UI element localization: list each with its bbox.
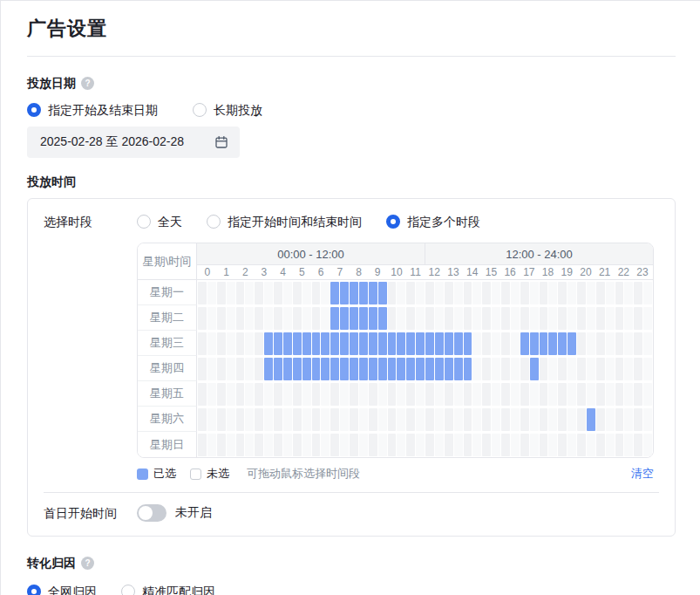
time-cell[interactable]	[511, 408, 520, 431]
time-cell[interactable]	[369, 358, 377, 380]
time-cell[interactable]	[587, 358, 595, 380]
time-cell[interactable]	[540, 383, 548, 406]
time-cell[interactable]	[577, 282, 586, 304]
time-cell[interactable]	[624, 358, 633, 380]
time-cell[interactable]	[198, 434, 207, 456]
time-cell[interactable]	[445, 332, 453, 355]
time-cell[interactable]	[264, 358, 273, 380]
time-cell[interactable]	[567, 282, 576, 304]
time-cell[interactable]	[207, 282, 216, 304]
time-cell[interactable]	[283, 358, 292, 380]
time-cell[interactable]	[472, 408, 481, 431]
time-cell[interactable]	[416, 434, 425, 456]
time-cell[interactable]	[596, 383, 605, 406]
time-cell[interactable]	[302, 282, 311, 304]
time-cell[interactable]	[435, 282, 444, 304]
time-cell[interactable]	[567, 434, 576, 456]
time-cell[interactable]	[293, 383, 302, 406]
time-cell[interactable]	[416, 282, 425, 304]
time-cell[interactable]	[378, 282, 387, 304]
time-cell[interactable]	[397, 408, 405, 431]
time-cell[interactable]	[359, 282, 368, 304]
time-cell[interactable]	[464, 408, 472, 431]
time-cell[interactable]	[217, 434, 226, 456]
time-cell[interactable]	[340, 358, 349, 380]
time-cell[interactable]	[615, 383, 624, 406]
time-cell[interactable]	[634, 307, 642, 330]
time-cell[interactable]	[540, 358, 548, 380]
time-cell[interactable]	[340, 434, 349, 456]
time-cell[interactable]	[369, 408, 377, 431]
time-cell[interactable]	[378, 383, 387, 406]
time-cell[interactable]	[567, 307, 576, 330]
time-cell[interactable]	[472, 434, 481, 456]
time-cell[interactable]	[406, 332, 415, 355]
time-cell[interactable]	[643, 282, 652, 304]
time-cell[interactable]	[624, 307, 633, 330]
time-cell[interactable]	[482, 383, 491, 406]
time-cell[interactable]	[596, 358, 605, 380]
time-cell[interactable]	[397, 358, 405, 380]
time-cell[interactable]	[312, 383, 321, 406]
time-cell[interactable]	[606, 434, 615, 456]
time-cell[interactable]	[606, 307, 615, 330]
time-cell[interactable]	[274, 434, 282, 456]
time-cell[interactable]	[482, 307, 491, 330]
time-cell[interactable]	[501, 383, 510, 406]
time-cell[interactable]	[511, 358, 520, 380]
time-cell[interactable]	[587, 434, 595, 456]
time-cell[interactable]	[227, 434, 235, 456]
time-cell[interactable]	[520, 358, 529, 380]
time-cell[interactable]	[501, 282, 510, 304]
radio-all-day[interactable]: 全天	[137, 212, 182, 231]
time-cell[interactable]	[464, 358, 472, 380]
time-cell[interactable]	[227, 332, 235, 355]
time-cell[interactable]	[606, 358, 615, 380]
time-cell[interactable]	[511, 307, 520, 330]
time-cell[interactable]	[302, 383, 311, 406]
time-cell[interactable]	[312, 332, 321, 355]
time-cell[interactable]	[359, 307, 368, 330]
time-cell[interactable]	[615, 358, 624, 380]
time-cell[interactable]	[548, 358, 557, 380]
radio-full-network-attribution[interactable]: 全网归因	[27, 582, 97, 595]
time-cell[interactable]	[634, 282, 642, 304]
time-cell[interactable]	[350, 282, 358, 304]
time-cell[interactable]	[435, 307, 444, 330]
time-cell[interactable]	[482, 282, 491, 304]
time-cell[interactable]	[615, 332, 624, 355]
time-cell[interactable]	[283, 408, 292, 431]
time-cell[interactable]	[558, 358, 567, 380]
time-cell[interactable]	[445, 383, 453, 406]
time-cell[interactable]	[634, 358, 642, 380]
time-cell[interactable]	[406, 383, 415, 406]
time-cell[interactable]	[406, 434, 415, 456]
time-cell[interactable]	[350, 383, 358, 406]
time-cell[interactable]	[312, 307, 321, 330]
time-cell[interactable]	[388, 282, 397, 304]
clear-selection-link[interactable]: 清空	[631, 466, 654, 482]
time-cell[interactable]	[530, 282, 539, 304]
time-cell[interactable]	[624, 282, 633, 304]
radio-multiple-time-slots[interactable]: 指定多个时段	[386, 212, 480, 231]
time-cell[interactable]	[596, 332, 605, 355]
time-cell[interactable]	[255, 282, 263, 304]
time-cell[interactable]	[615, 434, 624, 456]
time-cell[interactable]	[198, 358, 207, 380]
time-cell[interactable]	[577, 358, 586, 380]
time-cell[interactable]	[530, 408, 539, 431]
time-cell[interactable]	[472, 383, 481, 406]
time-cell[interactable]	[587, 408, 595, 431]
time-cell[interactable]	[321, 383, 330, 406]
time-cell[interactable]	[454, 408, 463, 431]
time-cell[interactable]	[435, 383, 444, 406]
time-cell[interactable]	[255, 434, 263, 456]
time-cell[interactable]	[378, 358, 387, 380]
time-cell[interactable]	[302, 307, 311, 330]
time-cell[interactable]	[596, 282, 605, 304]
time-cell[interactable]	[217, 307, 226, 330]
time-cell[interactable]	[378, 332, 387, 355]
time-cell[interactable]	[227, 383, 235, 406]
time-cell[interactable]	[321, 408, 330, 431]
time-cell[interactable]	[624, 383, 633, 406]
